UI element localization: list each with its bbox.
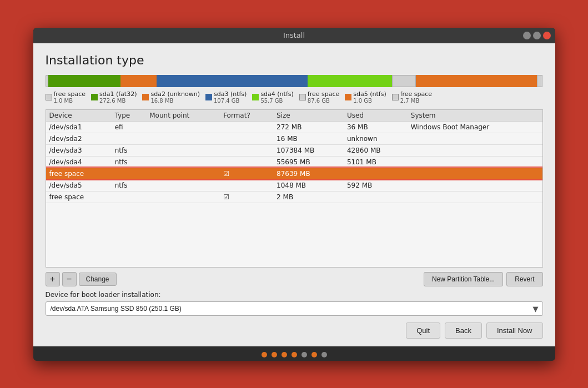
table-cell: 592 MB <box>344 179 408 191</box>
table-cell: /dev/sda4 <box>46 156 112 168</box>
legend-label: sda3 (ntfs) <box>214 90 247 98</box>
legend-item: sda3 (ntfs)107.4 GB <box>205 90 247 104</box>
table-row[interactable]: /dev/sda3ntfs107384 MB42860 MB <box>46 144 542 156</box>
content-area: Installation type free space1.0 MBsda1 (… <box>33 43 555 346</box>
table-header: Device <box>46 110 112 122</box>
table-cell: /dev/sda5 <box>46 179 112 191</box>
close-button[interactable] <box>543 32 551 39</box>
legend-color-box <box>91 94 98 100</box>
table-header: Format? <box>220 110 273 122</box>
table-cell <box>220 133 273 144</box>
table-row[interactable]: free space☑87639 MB <box>46 168 542 179</box>
table-cell: ☑ <box>220 168 273 179</box>
legend-item: sda5 (ntfs)1.0 GB <box>345 90 386 104</box>
legend-label: sda2 (unknown) <box>150 90 200 98</box>
table-cell <box>220 144 273 156</box>
new-partition-table-button[interactable]: New Partition Table... <box>424 272 503 286</box>
table-cell: 55695 MB <box>273 156 344 168</box>
legend-label: sda4 (ntfs) <box>260 90 293 98</box>
legend-sub: 272.6 MB <box>99 98 137 104</box>
legend-item: free space2.7 MB <box>392 90 432 104</box>
legend-sub: 16.8 MB <box>150 98 200 104</box>
table-cell: /dev/sda1 <box>46 121 112 133</box>
progress-dot <box>301 352 307 357</box>
table-cell <box>408 179 542 191</box>
progress-dot <box>321 352 327 357</box>
minimize-button[interactable] <box>523 32 531 39</box>
legend-sub: 87.6 GB <box>308 98 339 104</box>
legend-color-box <box>392 94 399 100</box>
table-cell: /dev/sda3 <box>46 144 112 156</box>
legend-label: free space <box>308 90 339 98</box>
progress-dots <box>33 346 555 361</box>
legend-sub: 2.7 MB <box>400 98 432 104</box>
table-cell <box>408 156 542 168</box>
table-cell <box>146 179 220 191</box>
legend-color-box <box>299 94 306 100</box>
partition-table[interactable]: DeviceTypeMount pointFormat?SizeUsedSyst… <box>46 109 543 268</box>
table-cell <box>112 133 147 144</box>
table-cell <box>220 121 273 133</box>
revert-button[interactable]: Revert <box>506 272 542 286</box>
legend-label: sda1 (fat32) <box>99 90 137 98</box>
table-cell <box>146 133 220 144</box>
window-title: Install <box>283 31 305 39</box>
legend-item: sda4 (ntfs)55.7 GB <box>252 90 293 104</box>
table-cell: /dev/sda2 <box>46 133 112 144</box>
page-title: Installation type <box>46 53 543 67</box>
table-row[interactable]: /dev/sda1efi272 MB36 MBWindows Boot Mana… <box>46 121 542 133</box>
back-button[interactable]: Back <box>445 323 482 339</box>
table-row[interactable]: /dev/sda216 MBunknown <box>46 133 542 144</box>
table-cell: 42860 MB <box>344 144 408 156</box>
bootloader-select-wrapper: /dev/sda ATA Samsung SSD 850 (250.1 GB) … <box>46 301 543 316</box>
table-cell <box>408 144 542 156</box>
progress-dot <box>311 352 317 357</box>
table-header: Used <box>344 110 408 122</box>
table-cell <box>112 168 147 179</box>
table-cell <box>408 168 542 179</box>
legend-color-box <box>46 94 52 100</box>
table-cell: ntfs <box>112 156 147 168</box>
table-cell <box>220 179 273 191</box>
table-cell <box>146 168 220 179</box>
table-cell <box>146 144 220 156</box>
change-button[interactable]: Change <box>79 273 117 286</box>
remove-partition-button[interactable]: − <box>62 272 77 286</box>
table-cell: 107384 MB <box>273 144 344 156</box>
table-cell: unknown <box>344 133 408 144</box>
legend-item: sda2 (unknown)16.8 MB <box>142 90 200 104</box>
progress-dot <box>272 352 277 357</box>
table-cell: ntfs <box>112 179 147 191</box>
table-cell <box>344 191 408 203</box>
legend-sub: 55.7 GB <box>260 98 293 104</box>
legend-sub: 1.0 MB <box>54 98 86 104</box>
table-cell <box>408 133 542 144</box>
add-partition-button[interactable]: + <box>46 272 60 286</box>
table-row[interactable]: /dev/sda5ntfs1048 MB592 MB <box>46 179 542 191</box>
disk-legend: free space1.0 MBsda1 (fat32)272.6 MBsda2… <box>46 90 543 104</box>
table-cell: 1048 MB <box>273 179 344 191</box>
table-cell: free space <box>46 168 112 179</box>
table-cell: ☑ <box>220 191 273 203</box>
table-cell: 272 MB <box>273 121 344 133</box>
bootloader-select[interactable]: /dev/sda ATA Samsung SSD 850 (250.1 GB) <box>46 301 543 316</box>
table-row[interactable]: free space☑2 MB <box>46 191 542 203</box>
table-cell <box>220 156 273 168</box>
window-controls <box>523 32 551 39</box>
table-cell: ntfs <box>112 144 147 156</box>
quit-button[interactable]: Quit <box>406 323 440 339</box>
table-cell <box>344 168 408 179</box>
table-header: Size <box>273 110 344 122</box>
legend-color-box <box>345 94 351 100</box>
table-cell <box>146 156 220 168</box>
install-now-button[interactable]: Install Now <box>486 323 543 339</box>
table-cell: 87639 MB <box>273 168 344 179</box>
progress-dot <box>282 352 287 357</box>
titlebar: Install <box>33 28 555 43</box>
progress-dot <box>262 352 267 357</box>
table-row[interactable]: /dev/sda4ntfs55695 MB5101 MB <box>46 156 542 168</box>
disk-bar <box>46 75 543 87</box>
maximize-button[interactable] <box>533 32 541 39</box>
table-cell: efi <box>112 121 147 133</box>
progress-dot <box>292 352 297 357</box>
